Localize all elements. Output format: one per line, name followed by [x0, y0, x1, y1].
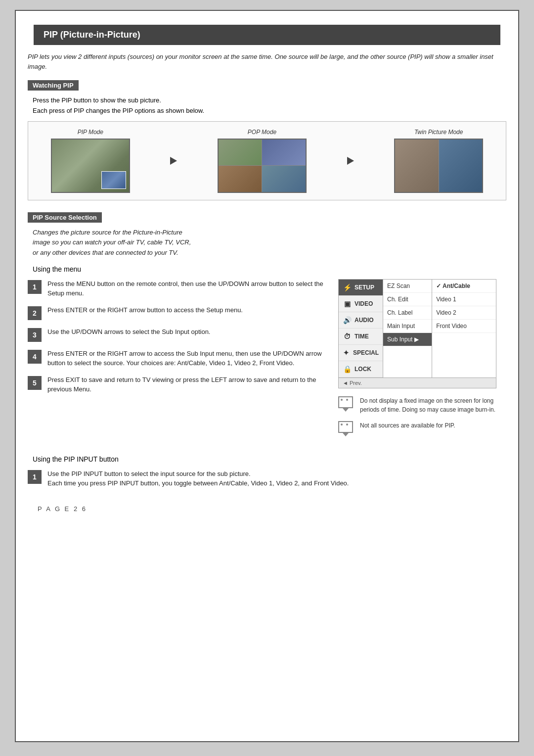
menu-and-notes: ⚡ SETUP ▣ VIDEO 🔊 AUDIO: [338, 279, 506, 443]
pip-mode-screen: ▶: [51, 139, 130, 193]
menu-item-special: ✦ SPECIAL: [339, 345, 383, 361]
twin-mode-screen: [394, 139, 483, 193]
pip-source-description: Changes the picture source for the Pictu…: [33, 228, 506, 258]
step-row-4: 4 Press ENTER or the RIGHT arrow to acce…: [28, 349, 328, 368]
menu-center-ch-edit: Ch. Edit: [383, 293, 432, 306]
step-num-3: 3: [28, 328, 42, 342]
note-text-1: Do not display a fixed image on the scre…: [360, 396, 506, 414]
menu-item-lock: 🔒 LOCK: [339, 361, 383, 378]
step-num-1: 1: [28, 280, 42, 294]
using-menu-label: Using the menu: [33, 265, 506, 273]
menu-right-video1: Video 1: [432, 293, 496, 306]
pip-input-step-num-1: 1: [28, 470, 42, 484]
step-num-5: 5: [28, 376, 42, 390]
twin-mode-item: Twin Picture Mode: [394, 129, 483, 193]
arrow-2: [347, 157, 354, 165]
pip-mode-item: PIP Mode ▶: [51, 129, 130, 193]
note-text-2: Not all sources are available for PIP.: [360, 421, 455, 430]
video-icon: ▣: [343, 299, 352, 308]
page-footer: P A G E 2 6: [28, 500, 506, 518]
menu-center-main-input: Main Input: [383, 320, 432, 333]
menu-item-video: ▣ VIDEO: [339, 296, 383, 312]
setup-icon: ⚡: [343, 283, 352, 292]
intro-text: PIP lets you view 2 different inputs (so…: [28, 52, 506, 71]
watching-pip-label: Watching PIP: [28, 80, 79, 91]
twin-mode-label: Twin Picture Mode: [414, 129, 463, 136]
note-item-1: Do not display a fixed image on the scre…: [338, 396, 506, 414]
menu-center-panel: EZ Scan Ch. Edit Ch. Label Main Input Su…: [383, 280, 432, 378]
title-text: PIP (Picture-in-Picture): [44, 30, 140, 40]
step-text-2: Press ENTER or the RIGHT arrow button to…: [47, 305, 243, 315]
watching-pip-instruction: Press the PIP button to show the sub pic…: [33, 95, 506, 116]
menu-right-ant-cable: ✓ Ant/Cable: [432, 280, 496, 293]
menu-left-panel: ⚡ SETUP ▣ VIDEO 🔊 AUDIO: [339, 280, 383, 378]
page-title: PIP (Picture-in-Picture): [34, 25, 500, 45]
menu-center-ch-label: Ch. Label: [383, 306, 432, 320]
pop-mode-item: POP Mode: [218, 129, 307, 193]
pip-input-step-1: 1 Use the PIP INPUT button to select the…: [28, 469, 506, 488]
step-text-5: Press EXIT to save and return to TV view…: [47, 375, 328, 394]
arrow-1: [170, 157, 177, 165]
menu-right-panel: ✓ Ant/Cable Video 1 Video 2 Front Video: [432, 280, 496, 378]
note-icon-2: [338, 421, 353, 436]
note-item-2: Not all sources are available for PIP.: [338, 421, 506, 436]
page-number: P A G E 2 6: [38, 505, 87, 513]
step-text-4: Press ENTER or the RIGHT arrow to access…: [47, 349, 328, 368]
menu-right-video2: Video 2: [432, 306, 496, 320]
step-row-3: 3 Use the UP/DOWN arrows to select the S…: [28, 327, 328, 342]
pip-source-section: PIP Source Selection Changes the picture…: [28, 212, 506, 443]
pop-mode-label: POP Mode: [248, 129, 276, 136]
step-text-3: Use the UP/DOWN arrows to select the Sub…: [47, 327, 210, 337]
pip-input-step-text-1: Use the PIP INPUT button to select the i…: [47, 469, 349, 488]
menu-center-ez-scan: EZ Scan: [383, 280, 432, 293]
steps-column: 1 Press the MENU button on the remote co…: [28, 279, 328, 401]
step-row-5: 5 Press EXIT to save and return to TV vi…: [28, 375, 328, 394]
watching-pip-section: Watching PIP Press the PIP button to sho…: [28, 80, 506, 200]
step-num-4: 4: [28, 350, 42, 364]
menu-item-setup: ⚡ SETUP: [339, 280, 383, 296]
lock-icon: 🔒: [343, 365, 352, 374]
menu-item-time: ⏱ TIME: [339, 329, 383, 345]
modes-row: PIP Mode ▶ POP Mode: [28, 121, 506, 200]
steps-and-menu: 1 Press the MENU button on the remote co…: [28, 279, 506, 443]
page: PIP (Picture-in-Picture) PIP lets you vi…: [15, 10, 519, 742]
note-icon-1: [338, 396, 353, 412]
special-icon: ✦: [343, 348, 350, 357]
step-num-2: 2: [28, 306, 42, 320]
audio-icon: 🔊: [343, 316, 352, 325]
menu-right-front-video: Front Video: [432, 320, 496, 333]
step-text-1: Press the MENU button on the remote cont…: [47, 279, 328, 298]
time-icon: ⏱: [343, 332, 352, 341]
menu-bottom-nav: ◄ Prev.: [339, 378, 496, 388]
pip-mode-label: PIP Mode: [78, 129, 103, 136]
menu-center-sub-input: Sub Input ▶: [383, 333, 432, 346]
pip-input-section: Using the PIP INPUT button 1 Use the PIP…: [28, 455, 506, 488]
menu-sidebar: ⚡ SETUP ▣ VIDEO 🔊 AUDIO: [339, 280, 496, 378]
notes-section: Do not display a fixed image on the scre…: [338, 396, 506, 443]
step-row-1: 1 Press the MENU button on the remote co…: [28, 279, 328, 298]
using-pip-input-label: Using the PIP INPUT button: [33, 455, 506, 463]
step-row-2: 2 Press ENTER or the RIGHT arrow button …: [28, 305, 328, 320]
pip-source-label: PIP Source Selection: [28, 212, 102, 223]
pip-left-arrow: ▶: [51, 160, 52, 171]
menu-item-audio: 🔊 AUDIO: [339, 312, 383, 329]
menu-ui: ⚡ SETUP ▣ VIDEO 🔊 AUDIO: [338, 279, 496, 388]
pop-mode-screen: [218, 139, 307, 193]
